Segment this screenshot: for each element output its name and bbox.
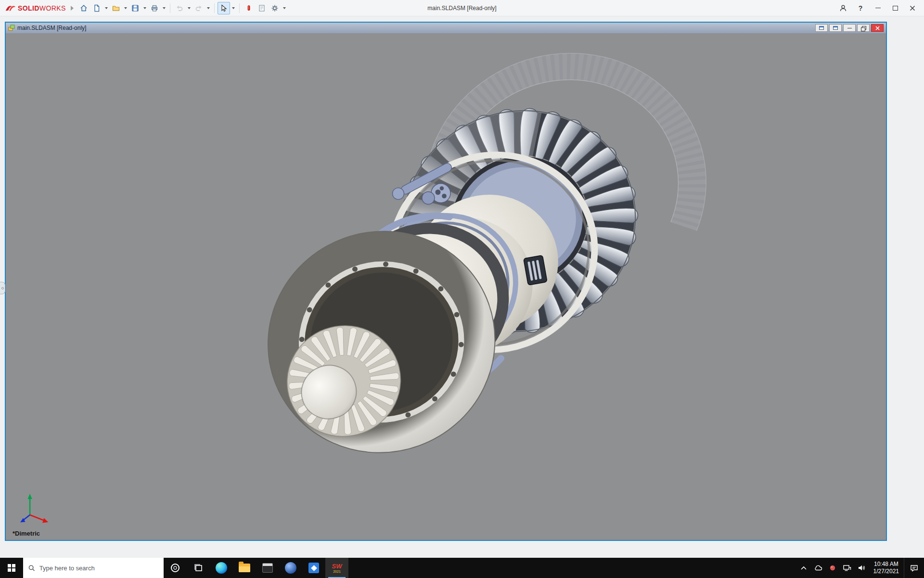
- document-window: main.SLDASM [Read-only]: [5, 22, 887, 541]
- open-folder-icon: [112, 4, 120, 13]
- assembly-doc-icon: [8, 25, 15, 31]
- undo-button[interactable]: [173, 2, 186, 14]
- home-icon: [79, 4, 88, 13]
- pinned-app-button-2[interactable]: [279, 558, 302, 578]
- restore-icon: [861, 26, 866, 30]
- close-icon: [875, 26, 880, 30]
- toolbar-separator: [170, 3, 170, 13]
- minimize-button[interactable]: [869, 0, 886, 16]
- options-gear-icon: [270, 4, 279, 13]
- print-icon: [150, 4, 159, 13]
- solidworks-app-icon: SW 2021: [332, 563, 342, 573]
- doc-restore-button[interactable]: [857, 24, 870, 32]
- save-dropdown-caret[interactable]: [143, 7, 146, 9]
- undo-dropdown-caret[interactable]: [188, 7, 191, 9]
- hidden-icons-button[interactable]: [796, 558, 811, 578]
- start-button[interactable]: [0, 558, 23, 578]
- file-explorer-button[interactable]: [233, 558, 256, 578]
- redo-icon: [194, 4, 203, 13]
- toolbar-separator: [239, 3, 240, 13]
- help-button[interactable]: ?: [852, 0, 869, 16]
- solidworks-brand: SOLIDWORKS: [3, 4, 66, 13]
- cloud-tray-button[interactable]: [811, 558, 825, 578]
- network-icon: [843, 565, 851, 571]
- options-button[interactable]: [269, 2, 281, 14]
- doc-tile-button-1[interactable]: [815, 24, 828, 32]
- close-button[interactable]: [904, 0, 921, 16]
- document-title: main.SLDASM [Read-only]: [17, 25, 86, 31]
- main-toolbar: [77, 2, 287, 14]
- open-button[interactable]: [110, 2, 122, 14]
- undo-icon: [175, 4, 184, 13]
- file-properties-button[interactable]: [256, 2, 268, 14]
- help-icon: ?: [859, 4, 863, 12]
- orientation-triad: [20, 494, 48, 523]
- doc-tile-button-2[interactable]: [829, 24, 842, 32]
- taskbar: SW 2021: [0, 558, 924, 578]
- chevron-up-icon: [800, 565, 807, 570]
- doc-minimize-button[interactable]: [843, 24, 856, 32]
- save-button[interactable]: [129, 2, 141, 14]
- brand-works: WORKS: [39, 4, 66, 12]
- window-tile-icon: [819, 26, 824, 30]
- slotted-vent[interactable]: [524, 255, 547, 285]
- pinned-app-button-3[interactable]: [302, 558, 325, 578]
- dark-window-app-icon: [262, 563, 273, 573]
- pinned-app-button-1[interactable]: [256, 558, 279, 578]
- toolbar-expand-icon[interactable]: [71, 6, 74, 11]
- task-view-button[interactable]: [187, 558, 210, 578]
- redo-button[interactable]: [192, 2, 205, 14]
- new-document-button[interactable]: [90, 2, 103, 14]
- taskbar-search[interactable]: [23, 558, 164, 578]
- close-icon: [910, 5, 915, 11]
- status-tray-button[interactable]: [825, 558, 840, 578]
- redo-dropdown-caret[interactable]: [207, 7, 210, 9]
- print-button[interactable]: [148, 2, 161, 14]
- maximize-button[interactable]: [886, 0, 904, 16]
- document-titlebar[interactable]: main.SLDASM [Read-only]: [6, 23, 886, 33]
- print-dropdown-caret[interactable]: [163, 7, 166, 9]
- select-dropdown-caret[interactable]: [232, 7, 235, 9]
- volume-tray-button[interactable]: [854, 558, 869, 578]
- sw-icon-year: 2021: [333, 570, 341, 573]
- options-dropdown-caret[interactable]: [283, 7, 286, 9]
- toolbar-separator: [214, 3, 215, 13]
- solidworks-logo-icon: [5, 4, 16, 13]
- home-button[interactable]: [77, 2, 90, 14]
- new-dropdown-caret[interactable]: [105, 7, 108, 9]
- model-canvas[interactable]: [6, 33, 886, 540]
- action-center-button[interactable]: [904, 558, 924, 578]
- maximize-icon: [893, 6, 898, 11]
- solidworks-taskbar-button[interactable]: SW 2021: [325, 558, 348, 578]
- desktop: main.SLDASM [Read-only] SOLIDWORKS: [0, 0, 924, 578]
- new-document-icon: [92, 4, 101, 13]
- x-axis-icon: [42, 518, 48, 523]
- blue-circle-app-icon: [285, 562, 296, 574]
- sw-icon-text: SW: [332, 563, 342, 569]
- app-titlebar: main.SLDASM [Read-only] SOLIDWORKS: [0, 0, 924, 16]
- search-icon: [28, 565, 35, 572]
- featuremanager-flyout-tab[interactable]: [0, 282, 5, 294]
- network-tray-button[interactable]: [840, 558, 854, 578]
- doc-close-button[interactable]: [871, 24, 884, 32]
- account-button[interactable]: [834, 0, 852, 16]
- window-tile-icon: [833, 26, 838, 30]
- open-dropdown-caret[interactable]: [124, 7, 127, 9]
- graphics-viewport[interactable]: *Dimetric: [6, 33, 886, 540]
- red-tool-button[interactable]: [243, 2, 255, 14]
- select-cursor-icon: [219, 4, 228, 13]
- windows-logo-icon: [8, 564, 15, 572]
- y-axis-icon: [28, 494, 32, 499]
- system-tray: 10:48 AM 1/27/2021: [796, 558, 924, 578]
- file-explorer-icon: [239, 564, 250, 572]
- taskbar-clock[interactable]: 10:48 AM 1/27/2021: [869, 561, 904, 575]
- brand-solid: SOLID: [18, 4, 39, 12]
- select-tool-button[interactable]: [218, 2, 230, 14]
- edge-browser-button[interactable]: [210, 558, 233, 578]
- cortana-button[interactable]: [164, 558, 187, 578]
- search-input[interactable]: [39, 565, 158, 572]
- brand-wordmark: SOLIDWORKS: [18, 4, 66, 12]
- file-properties-icon: [257, 4, 266, 13]
- user-icon: [839, 4, 847, 13]
- document-window-controls: [815, 24, 884, 32]
